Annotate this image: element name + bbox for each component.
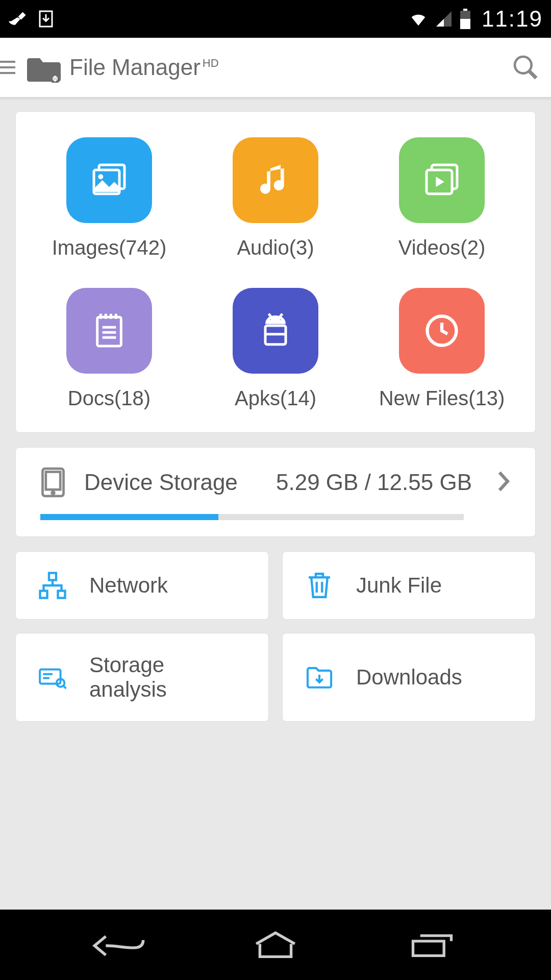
category-videos[interactable]: Videos(2) <box>359 137 525 259</box>
svg-point-10 <box>98 174 103 179</box>
network-icon <box>38 571 67 600</box>
tool-storage-analysis[interactable]: Storage analysis <box>15 633 269 722</box>
category-label: New Files(13) <box>379 387 505 410</box>
home-button[interactable] <box>247 927 304 963</box>
app-folder-icon <box>26 52 62 83</box>
storage-title: Device Storage <box>84 470 238 495</box>
analysis-icon <box>38 663 67 692</box>
tool-network[interactable]: Network <box>15 551 269 620</box>
category-label: Apks(14) <box>235 387 316 410</box>
storage-progress-fill <box>40 514 218 520</box>
clock-icon <box>399 288 485 374</box>
svg-rect-22 <box>40 591 47 598</box>
category-newfiles[interactable]: New Files(13) <box>359 288 525 410</box>
tool-label: Downloads <box>356 665 462 690</box>
svg-point-15 <box>279 318 283 322</box>
tool-label: Network <box>89 573 168 598</box>
device-storage-card[interactable]: Device Storage 5.29 GB / 12.55 GB <box>15 447 536 537</box>
app-title: File ManagerHD <box>69 55 219 80</box>
categories-grid: Images(742) Audio(3) V <box>26 137 525 410</box>
broom-icon <box>8 10 27 28</box>
category-label: Audio(3) <box>237 236 314 259</box>
category-apks[interactable]: Apks(14) <box>192 288 359 410</box>
app-header: File ManagerHD <box>0 38 551 98</box>
svg-rect-19 <box>46 472 60 489</box>
signal-icon <box>435 10 453 28</box>
svg-point-6 <box>55 78 56 80</box>
tool-junk-file[interactable]: Junk File <box>282 551 536 620</box>
category-label: Videos(2) <box>398 236 485 259</box>
back-icon <box>91 930 147 959</box>
category-label: Docs(18) <box>68 387 151 410</box>
svg-point-7 <box>515 57 532 74</box>
status-right-icons: 11:19 <box>408 6 543 32</box>
battery-icon <box>459 9 471 29</box>
svg-point-20 <box>52 492 55 494</box>
tool-label: Storage analysis <box>89 653 246 702</box>
category-audio[interactable]: Audio(3) <box>192 137 359 259</box>
hamburger-icon <box>0 61 15 74</box>
category-images[interactable]: Images(742) <box>26 137 192 259</box>
categories-card: Images(742) Audio(3) V <box>15 111 536 433</box>
svg-rect-21 <box>49 573 56 580</box>
storage-progress-bar <box>40 514 464 520</box>
svg-point-14 <box>269 318 272 322</box>
download-notification-icon <box>37 10 55 28</box>
menu-button[interactable] <box>0 38 26 97</box>
status-bar: 11:19 <box>0 0 551 38</box>
trash-icon <box>305 571 334 600</box>
tool-label: Junk File <box>356 573 442 598</box>
storage-info: 5.29 GB / 12.55 GB <box>276 470 472 495</box>
app-title-text: File Manager <box>69 55 201 80</box>
app-logo: File ManagerHD <box>26 52 510 83</box>
svg-rect-23 <box>58 591 65 598</box>
search-icon <box>511 53 540 82</box>
tool-grid: Network Junk File Storage analysis <box>15 551 536 722</box>
svg-rect-1 <box>463 9 467 11</box>
audio-icon <box>233 137 318 223</box>
wifi-icon <box>408 9 429 29</box>
recent-apps-button[interactable] <box>404 927 460 963</box>
category-label: Images(742) <box>52 236 167 259</box>
category-docs[interactable]: Docs(18) <box>26 288 192 410</box>
back-button[interactable] <box>91 927 147 963</box>
videos-icon <box>399 137 485 223</box>
device-icon <box>40 467 66 498</box>
app-title-suffix: HD <box>203 57 219 69</box>
downloads-icon <box>305 663 334 692</box>
chevron-right-icon <box>496 470 511 495</box>
images-icon <box>66 137 152 223</box>
search-button[interactable] <box>510 52 541 83</box>
recent-apps-icon <box>409 932 455 958</box>
docs-icon <box>66 288 152 374</box>
storage-row: Device Storage 5.29 GB / 12.55 GB <box>40 467 511 498</box>
apks-icon <box>233 288 318 374</box>
home-icon <box>253 930 298 959</box>
svg-rect-3 <box>460 19 470 29</box>
status-time: 11:19 <box>482 6 543 32</box>
navigation-bar <box>0 910 551 980</box>
status-left-icons <box>8 10 55 28</box>
tool-downloads[interactable]: Downloads <box>282 633 536 722</box>
content-area: Images(742) Audio(3) V <box>0 98 551 910</box>
